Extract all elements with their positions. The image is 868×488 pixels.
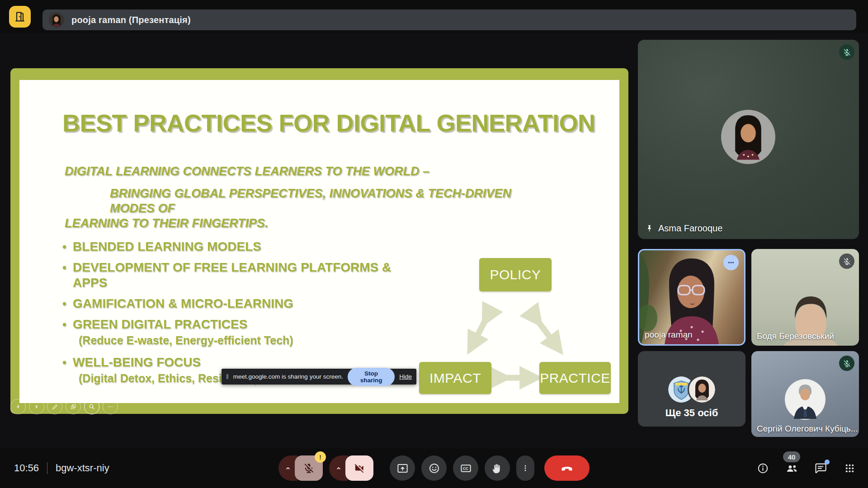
bullet-marker: • [62,296,66,311]
microphone-control-group: ! [278,455,323,481]
subtitle-line-3: LEARNING TO THEIR FINGERTIPS. [65,216,521,231]
slide-canvas: BEST PRACTICES FOR DIGITAL GENERATION DI… [19,80,619,403]
participant-avatars [668,376,715,403]
participant-name: Asma Farooque [658,223,722,234]
chat-panel-button[interactable] [814,461,827,475]
diagram-node-policy: POLICY [479,258,552,291]
bullet-text: GREEN DIGITAL PRACTICES [73,317,247,332]
more-participants-tile[interactable]: Ще 35 осіб [638,351,745,427]
meeting-details-button[interactable] [756,461,769,475]
participant-tile[interactable]: Сергій Олегович Кубіць... [751,351,859,437]
banner-message: meet.google.com is sharing your screen. [233,373,343,380]
hide-banner-link[interactable]: Hide [399,373,412,380]
bullet-marker: • [62,239,66,254]
participant-name: Сергій Олегович Кубіць... [757,424,858,434]
participant-avatar [785,379,826,420]
muted-mic-indicator [839,253,854,269]
bullet-text: WELL-BEING FOCUS [73,355,201,370]
stop-sharing-button[interactable]: Stop sharing [348,368,395,386]
shared-screen-presentation: BEST PRACTICES FOR DIGITAL GENERATION DI… [10,68,628,414]
participant-tile-self[interactable]: pooja raman [638,249,745,346]
tile-options-button[interactable] [723,255,739,270]
mic-mute-button[interactable]: ! [295,455,323,481]
participants-panel: Asma Farooque pooja raman [638,40,859,436]
panel-controls: 40 [756,448,856,488]
door-icon [14,10,26,23]
bullet-subtext: (Reduce E-waste, Energy-efficient Tech) [79,334,424,347]
home-door-button[interactable] [9,6,31,28]
participant-name: pooja raman [645,330,693,340]
subtitle-line-2: BRINGING GLOBAL PERSPECTIVES, INNOVATION… [65,186,521,216]
presentation-tab[interactable]: pooja raman (Презентація) [42,9,856,30]
bullet-text: BLENDED LEARNING MODELS [73,239,261,254]
cc-label: CC [462,466,468,471]
participant-count-badge: 40 [783,451,800,462]
meeting-code: bgw-xtsr-niy [56,462,109,474]
previous-slide-button[interactable] [10,399,26,414]
bullet-marker: • [62,355,66,370]
screen-share-banner: ‖ meet.google.com is sharing your screen… [222,369,416,385]
pin-icon[interactable] [645,224,654,233]
subtitle-line-1: DIGITAL LEARNING CONNECTS LEARNERS TO TH… [65,164,429,178]
presentation-tab-title: pooja raman (Презентація) [71,15,191,25]
raise-hand-button[interactable] [485,455,510,481]
meeting-control-bar: 10:56 bgw-xtsr-niy ! [0,448,868,488]
divider [47,462,47,474]
diagram-node-impact: IMPACT [419,362,491,394]
bullet-item: • GREEN DIGITAL PRACTICES [62,317,424,332]
participant-avatar [721,110,775,164]
reactions-button[interactable] [421,455,447,481]
participant-tile-pinned[interactable]: Asma Farooque [638,40,859,239]
chat-notification-dot [825,460,830,465]
people-panel-button[interactable]: 40 [785,461,798,475]
next-slide-button[interactable] [29,399,44,414]
more-options-button[interactable] [516,455,534,481]
slide-overview-button[interactable] [66,399,81,414]
slide-subtitle: DIGITAL LEARNING CONNECTS LEARNERS TO TH… [65,164,521,231]
activities-button[interactable] [843,461,856,475]
meeting-info: 10:56 bgw-xtsr-niy [14,448,109,488]
leave-call-button[interactable] [544,455,590,481]
banner-drag-handle[interactable]: ‖ [226,373,229,380]
more-slideshow-options-button[interactable] [103,399,118,414]
clock: 10:56 [14,462,39,474]
camera-control-group [329,455,373,481]
slideshow-controls [10,399,128,414]
bullet-item: • BLENDED LEARNING MODELS [62,239,424,254]
muted-mic-indicator [839,356,854,371]
participant-name: Бодя Березовський [757,331,834,341]
captions-button[interactable]: CC [453,455,478,481]
slide-title: BEST PRACTICES FOR DIGITAL GENERATION [62,109,596,137]
pen-tool-button[interactable] [47,399,62,414]
google-meet-window: pooja raman (Презентація) BEST PRACTICES… [0,0,868,488]
top-bar: pooja raman (Презентація) [0,0,868,33]
diagram-node-practice: PRACTICE [539,362,611,394]
participant-tile[interactable]: Бодя Березовський [751,249,859,346]
camera-off-button[interactable] [345,455,373,481]
bullet-list: • BLENDED LEARNING MODELS • DEVELOPMENT … [62,239,424,389]
call-controls: ! [278,455,590,481]
presenter-avatar [49,12,64,28]
more-participants-count: Ще 35 осіб [638,407,745,419]
bullet-marker: • [62,260,66,291]
magnifier-button[interactable] [84,399,99,414]
bullet-text: DEVELOPMENT OF FREE LEARNING PLATFORMS &… [73,260,424,291]
present-screen-button[interactable] [390,455,415,481]
mic-warning-badge: ! [315,451,326,463]
bullet-item: • GAMIFICATION & MICRO-LEARNING [62,296,424,311]
bullet-marker: • [62,317,66,332]
muted-mic-indicator [839,44,854,60]
bullet-text: GAMIFICATION & MICRO-LEARNING [73,296,293,311]
bullet-item: • DEVELOPMENT OF FREE LEARNING PLATFORMS… [62,260,424,291]
